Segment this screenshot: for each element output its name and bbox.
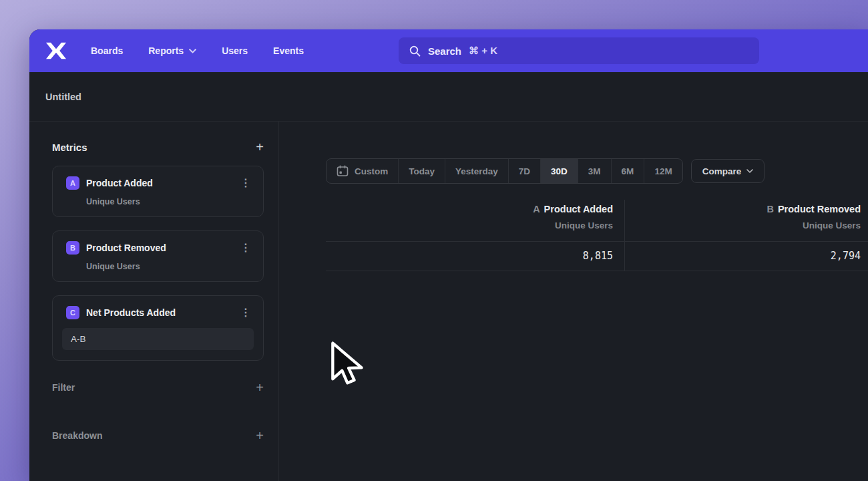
column-header-a[interactable]: AProduct Added Unique Users — [326, 200, 625, 241]
metric-badge-b: B — [66, 241, 79, 255]
range-3m[interactable]: 3M — [578, 159, 612, 183]
search-icon — [409, 45, 421, 57]
compare-label: Compare — [702, 166, 742, 176]
range-30d[interactable]: 30D — [541, 159, 578, 183]
report-body: Metrics + A Product Added ⋮ Unique Users… — [29, 122, 868, 481]
table-value-row: 8,815 2,794 — [326, 242, 868, 271]
range-yesterday[interactable]: Yesterday — [445, 159, 509, 183]
breakdown-section-header: Breakdown + — [52, 429, 264, 442]
nav-boards[interactable]: Boards — [91, 45, 123, 56]
metric-badge-c: C — [66, 306, 79, 319]
metric-measurement-a[interactable]: Unique Users — [86, 197, 254, 206]
metric-menu-button-c[interactable]: ⋮ — [238, 307, 254, 318]
add-breakdown-button[interactable]: + — [256, 429, 264, 442]
compare-button[interactable]: Compare — [691, 159, 765, 183]
chevron-down-icon — [189, 49, 196, 53]
date-toolbar: Custom Today Yesterday 7D 30D 3M 6M 12M … — [326, 158, 868, 184]
metric-menu-button-b[interactable]: ⋮ — [238, 243, 254, 253]
range-today[interactable]: Today — [399, 159, 445, 183]
metric-title-a[interactable]: Product Added — [86, 178, 231, 188]
column-badge-a: A — [533, 204, 539, 214]
nav-events[interactable]: Events — [273, 45, 304, 56]
query-sidebar: Metrics + A Product Added ⋮ Unique Users… — [29, 122, 279, 481]
value-cell-a[interactable]: 8,815 — [326, 242, 625, 271]
column-header-b[interactable]: BProduct Removed Unique Users — [625, 200, 868, 241]
column-title-b: Product Removed — [778, 204, 861, 214]
add-filter-button[interactable]: + — [256, 381, 264, 394]
results-panel: Custom Today Yesterday 7D 30D 3M 6M 12M … — [279, 122, 868, 481]
column-subtitle-b: Unique Users — [625, 220, 861, 230]
metric-card-b[interactable]: B Product Removed ⋮ Unique Users — [52, 230, 264, 282]
range-7d[interactable]: 7D — [509, 159, 541, 183]
search-placeholder: Search — [428, 45, 461, 57]
table-bottom-border — [326, 271, 868, 271]
metric-card-c[interactable]: C Net Products Added ⋮ A-B — [52, 295, 264, 361]
metric-badge-a: A — [66, 176, 79, 190]
column-subtitle-a: Unique Users — [326, 220, 613, 230]
range-custom-label: Custom — [355, 166, 388, 176]
search-shortcut: ⌘ + K — [469, 45, 497, 57]
filter-heading: Filter — [52, 382, 75, 393]
chevron-down-icon — [746, 169, 753, 173]
column-title-a: Product Added — [544, 204, 613, 214]
nav-reports-label: Reports — [148, 45, 184, 56]
report-title[interactable]: Untitled — [45, 92, 81, 102]
search-input[interactable]: Search ⌘ + K — [399, 37, 759, 64]
metric-title-c[interactable]: Net Products Added — [86, 307, 231, 318]
nav-reports[interactable]: Reports — [148, 45, 196, 56]
mixpanel-x-icon — [46, 42, 66, 59]
add-metric-button[interactable]: + — [256, 140, 264, 154]
results-table: AProduct Added Unique Users BProduct Rem… — [326, 200, 868, 271]
metric-measurement-b[interactable]: Unique Users — [86, 262, 254, 271]
app-window: Boards Reports Users Events Search ⌘ + K… — [29, 29, 868, 481]
table-header-row: AProduct Added Unique Users BProduct Rem… — [326, 200, 868, 241]
date-range-picker: Custom Today Yesterday 7D 30D 3M 6M 12M — [326, 158, 683, 184]
column-badge-b: B — [767, 204, 773, 214]
range-12m[interactable]: 12M — [644, 159, 682, 183]
metric-title-b[interactable]: Product Removed — [86, 243, 231, 253]
report-header: Untitled — [29, 72, 868, 122]
filter-section-header: Filter + — [52, 381, 264, 394]
nav-users[interactable]: Users — [222, 45, 248, 56]
metric-card-c-row: C Net Products Added ⋮ — [66, 306, 254, 319]
metrics-section-header: Metrics + — [52, 140, 264, 154]
metric-menu-button-a[interactable]: ⋮ — [238, 178, 254, 188]
top-nav: Boards Reports Users Events Search ⌘ + K — [29, 29, 868, 72]
formula-input[interactable]: A-B — [62, 328, 254, 350]
metric-card-b-row: B Product Removed ⋮ — [66, 241, 254, 255]
range-custom[interactable]: Custom — [327, 159, 399, 183]
metrics-heading: Metrics — [52, 142, 87, 153]
breakdown-heading: Breakdown — [52, 430, 102, 441]
metric-card-a[interactable]: A Product Added ⋮ Unique Users — [52, 166, 264, 217]
calendar-icon — [337, 165, 349, 177]
nav-menu: Boards Reports Users Events — [91, 45, 304, 56]
metric-card-a-row: A Product Added ⋮ — [66, 176, 254, 190]
mixpanel-logo[interactable] — [45, 41, 67, 60]
range-6m[interactable]: 6M — [612, 159, 645, 183]
value-cell-b[interactable]: 2,794 — [625, 242, 868, 271]
